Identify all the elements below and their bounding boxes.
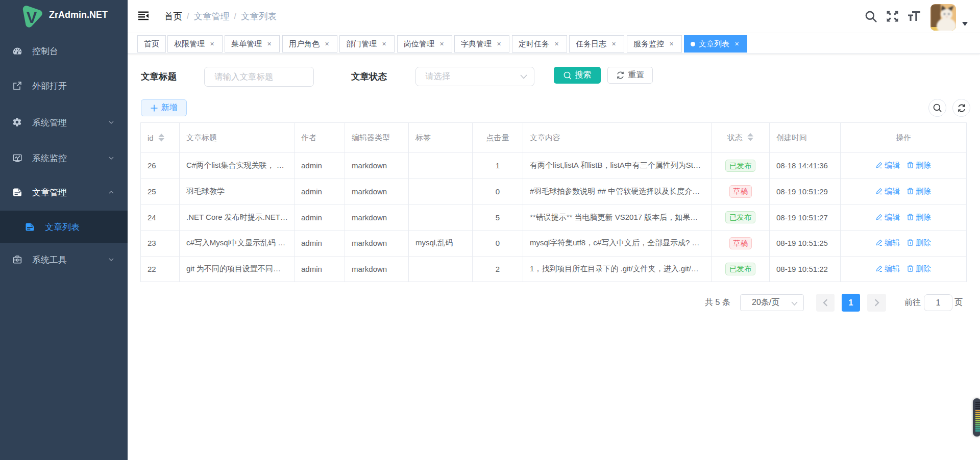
svg-text:V: V [27, 9, 37, 27]
